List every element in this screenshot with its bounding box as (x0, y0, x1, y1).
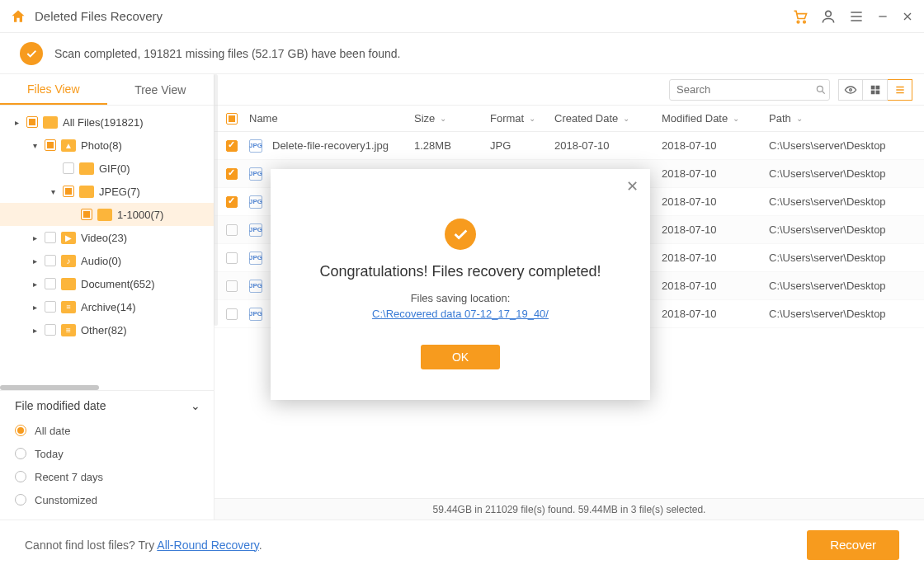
expand-icon[interactable]: ▸ (30, 256, 40, 266)
filter-option[interactable]: Today (15, 442, 200, 465)
svg-point-3 (817, 86, 823, 92)
cell-mdate: 2018-07-10 (662, 195, 717, 208)
expand-icon[interactable]: ▾ (48, 187, 58, 196)
tree-item[interactable]: GIF(0) (0, 157, 214, 180)
footer-text: Cannot find lost files? Try All-Round Re… (25, 538, 807, 552)
col-format[interactable]: Format (490, 112, 524, 125)
minimize-icon[interactable] (876, 10, 889, 23)
checkbox[interactable] (45, 278, 56, 289)
tree-item[interactable]: ▾▲Photo(8) (0, 134, 214, 157)
home-icon[interactable] (10, 8, 26, 25)
radio[interactable] (15, 448, 26, 459)
expand-icon[interactable]: ▸ (30, 303, 40, 312)
row-checkbox[interactable] (226, 308, 238, 320)
expand-icon[interactable]: ▸ (30, 326, 40, 335)
all-round-recovery-link[interactable]: All-Round Recovery (157, 538, 258, 552)
tree-item[interactable]: ▸▶Video(23) (0, 226, 214, 249)
file-icon: JPG (249, 252, 262, 265)
checkbox[interactable] (45, 255, 56, 266)
status-bar: 59.44GB in 211029 file(s) found. 59.44MB… (214, 498, 924, 520)
row-checkbox[interactable] (226, 140, 238, 152)
checkbox[interactable] (26, 116, 38, 128)
filter-option[interactable]: All date (15, 419, 200, 442)
chevron-down-icon[interactable]: ⌄ (733, 114, 739, 123)
folder-icon (79, 162, 94, 175)
col-path[interactable]: Path (769, 112, 791, 125)
checkbox[interactable] (45, 324, 56, 336)
table-header: Name Size⌄ Format⌄ Created Date⌄ Modifie… (214, 106, 924, 132)
preview-icon[interactable] (838, 79, 863, 101)
svg-rect-6 (875, 85, 879, 89)
row-checkbox[interactable] (226, 196, 238, 208)
chevron-down-icon[interactable]: ⌄ (440, 114, 446, 123)
filter-label: Recent 7 days (35, 471, 103, 483)
row-checkbox[interactable] (226, 224, 238, 236)
col-size[interactable]: Size (414, 112, 435, 125)
col-created[interactable]: Created Date (554, 112, 618, 125)
radio[interactable] (15, 425, 26, 436)
expand-icon[interactable]: ▾ (30, 141, 40, 150)
file-icon: JPG (249, 223, 262, 237)
tree-label: Other(82) (81, 324, 127, 336)
radio[interactable] (15, 471, 26, 482)
checkbox[interactable] (45, 232, 56, 243)
video-icon: ▶ (61, 232, 76, 244)
recover-button[interactable]: Recover (807, 530, 899, 560)
tab-files-view[interactable]: Files View (0, 74, 107, 105)
chevron-down-icon[interactable]: ⌄ (191, 399, 200, 412)
tree-item[interactable]: ▸Document(652) (0, 272, 214, 295)
svg-point-0 (797, 21, 799, 22)
radio[interactable] (15, 494, 26, 506)
tree-item[interactable]: ▸♪Audio(0) (0, 249, 214, 272)
arch-icon: ≡ (61, 301, 76, 313)
close-icon[interactable] (901, 10, 914, 23)
select-all-checkbox[interactable] (226, 113, 238, 125)
search-icon[interactable] (815, 84, 827, 96)
cart-icon[interactable] (792, 8, 808, 25)
col-modified[interactable]: Modified Date (662, 112, 728, 125)
chevron-down-icon[interactable]: ⌄ (529, 114, 535, 123)
tree-item[interactable]: 1-1000(7) (0, 203, 214, 226)
tree-item[interactable]: ▸≡Other(82) (0, 318, 214, 341)
close-icon[interactable]: ✕ (626, 177, 639, 195)
list-view-icon[interactable] (888, 79, 912, 101)
menu-icon[interactable] (848, 8, 865, 25)
row-checkbox[interactable] (226, 280, 238, 292)
svg-point-1 (804, 21, 806, 22)
saving-location-link[interactable]: C:\Recovered data 07-12_17_19_40/ (372, 308, 549, 320)
checkbox[interactable] (45, 301, 56, 313)
ok-button[interactable]: OK (421, 345, 500, 369)
tree-item[interactable]: ▸All Files(191821) (0, 111, 214, 134)
expand-icon[interactable]: ▸ (12, 118, 21, 127)
search-box[interactable] (669, 79, 830, 101)
folder-icon (97, 209, 112, 221)
svg-rect-7 (870, 90, 874, 94)
doc-icon (61, 278, 76, 290)
checkbox[interactable] (63, 162, 74, 174)
expand-icon[interactable]: ▸ (30, 233, 40, 242)
tab-tree-view[interactable]: Tree View (107, 74, 214, 105)
tree-item[interactable]: ▾JPEG(7) (0, 180, 214, 203)
grid-view-icon[interactable] (863, 79, 888, 101)
col-name[interactable]: Name (249, 112, 278, 125)
checkbox[interactable] (81, 209, 92, 220)
filter-option[interactable]: Cunstomized (15, 488, 200, 511)
file-icon: JPG (249, 167, 262, 181)
checkbox[interactable] (63, 186, 74, 197)
toolbar (214, 74, 924, 106)
cell-path: C:\Users\server\Desktop (769, 139, 886, 152)
filter-option[interactable]: Recent 7 days (15, 465, 200, 488)
expand-icon[interactable]: ▸ (30, 280, 40, 289)
search-input[interactable] (676, 83, 815, 96)
table-row[interactable]: JPGDelete-file-recovery1.jpg1.28MBJPG201… (214, 132, 924, 160)
check-icon (20, 42, 43, 65)
user-icon[interactable] (820, 8, 837, 25)
file-icon: JPG (249, 195, 262, 209)
row-checkbox[interactable] (226, 252, 238, 264)
chevron-down-icon[interactable]: ⌄ (623, 114, 629, 123)
svg-rect-5 (870, 85, 874, 89)
tree-item[interactable]: ▸≡Archive(14) (0, 295, 214, 318)
checkbox[interactable] (45, 139, 56, 151)
chevron-down-icon[interactable]: ⌄ (796, 114, 803, 123)
row-checkbox[interactable] (226, 168, 238, 180)
